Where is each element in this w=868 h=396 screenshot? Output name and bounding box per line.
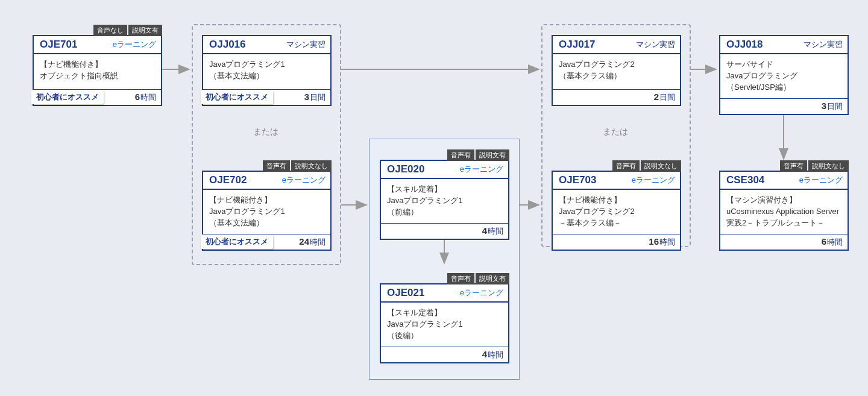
desc-tag: 説明文なし [808,160,849,172]
recommend-badge: 初心者にオススメ [201,234,273,249]
course-code: OJE020 [381,161,430,178]
card-oje020[interactable]: 音声有 説明文有 OJE020 eラーニング 【スキル定着】 Javaプログラミ… [380,160,509,240]
course-code: OJE702 [203,172,253,189]
course-type: マシン実習 [281,37,330,52]
course-code: CSE304 [720,172,770,189]
recommend-badge: 初心者にオススメ [201,90,273,104]
course-code: OJJ017 [553,36,602,53]
card-oje703[interactable]: 音声有 説明文なし OJE703 eラーニング 【ナビ機能付き】 Javaプログ… [552,171,681,251]
course-title: Javaプログラミング2 （基本クラス編） [553,54,680,89]
course-type: eラーニング [794,172,848,188]
course-type: マシン実習 [631,37,680,52]
course-title: 【スキル定着】 Javaプログラミング1 （前編） [381,179,508,223]
audio-tag: 音声有 [612,160,640,172]
course-type: マシン実習 [799,37,848,52]
or-label-2: または [603,127,628,137]
card-oje702[interactable]: 音声有 説明文なし OJE702 eラーニング 【ナビ機能付き】 Javaプログ… [202,171,332,251]
course-code: OJJ016 [203,36,252,53]
course-code: OJJ018 [720,36,769,53]
card-ojj016[interactable]: OJJ016 マシン実習 Javaプログラミング1 （基本文法編） 初心者にオス… [202,35,332,106]
audio-tag: 音声有 [263,160,290,172]
desc-tag: 説明文なし [291,160,332,172]
desc-tag: 説明文有 [476,273,509,284]
course-type: eラーニング [277,172,330,188]
audio-tag: 音声なし [93,25,127,36]
course-title: 【ナビ機能付き】 Javaプログラミング1 （基本文法編） [203,190,330,234]
course-title: サーバサイド Javaプログラミング （Servlet/JSP編） [720,54,848,98]
audio-tag: 音声有 [447,273,474,284]
card-oje021[interactable]: 音声有 説明文有 OJE021 eラーニング 【スキル定着】 Javaプログラミ… [380,283,509,363]
course-title: 【マシン演習付き】 uCosminexus Application Server… [720,190,848,234]
audio-tag: 音声有 [780,160,807,172]
course-type: eラーニング [455,285,508,301]
card-cse304[interactable]: 音声有 説明文なし CSE304 eラーニング 【マシン演習付き】 uCosmi… [719,171,849,251]
card-oje701[interactable]: 音声なし 説明文有 OJE701 eラーニング 【ナビ機能付き】 オブジェクト指… [33,35,162,106]
course-title: 【スキル定着】 Javaプログラミング1 （後編） [381,303,508,347]
desc-tag: 説明文なし [641,160,681,172]
course-title: 【ナビ機能付き】 Javaプログラミング2 －基本クラス編－ [553,190,680,234]
course-code: OJE701 [34,36,83,53]
course-code: OJE021 [381,284,430,301]
course-code: OJE703 [553,172,602,189]
desc-tag: 説明文有 [128,25,162,36]
course-title: 【ナビ機能付き】 オブジェクト指向概説 [34,54,161,89]
recommend-badge: 初心者にオススメ [31,90,104,104]
course-type: eラーニング [627,172,680,188]
audio-tag: 音声有 [447,149,474,161]
course-type: eラーニング [455,162,508,177]
or-label-1: または [253,127,278,137]
course-title: Javaプログラミング1 （基本文法編） [203,54,330,89]
desc-tag: 説明文有 [476,149,509,161]
card-ojj018[interactable]: OJJ018 マシン実習 サーバサイド Javaプログラミング （Servlet… [719,35,849,115]
course-type: eラーニング [108,37,161,52]
card-ojj017[interactable]: OJJ017 マシン実習 Javaプログラミング2 （基本クラス編） 2日間 [552,35,681,106]
